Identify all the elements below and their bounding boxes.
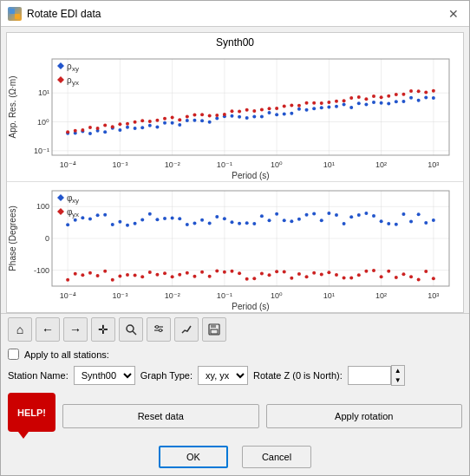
dialog-title: Rotate EDI data (27, 8, 101, 20)
svg-point-2 (127, 325, 134, 332)
zoom-icon (125, 323, 137, 336)
rotate-z-input[interactable]: 0.00 (348, 366, 391, 385)
apply-rotation-button[interactable]: Apply rotation (266, 404, 463, 428)
resistivity-canvas (7, 50, 463, 181)
ok-button[interactable]: OK (159, 446, 228, 468)
station-name-select[interactable]: Synth00 (74, 366, 135, 385)
title-bar: Rotate EDI data ✕ (1, 1, 469, 27)
action-buttons-row: HELP! Reset data Apply rotation (1, 389, 469, 442)
save-icon (208, 323, 220, 336)
svg-rect-10 (211, 329, 218, 334)
help-button[interactable]: HELP! (8, 393, 55, 432)
trend-button[interactable] (174, 317, 199, 342)
bottom-chart (7, 182, 463, 312)
chart-title: Synth00 (7, 33, 463, 50)
reset-data-button[interactable]: Reset data (62, 404, 259, 428)
graph-type-select[interactable]: xy, yx (198, 366, 248, 385)
svg-rect-1 (15, 14, 20, 19)
toolbar: ⌂ ← → ✛ (1, 313, 469, 345)
home-button[interactable]: ⌂ (8, 317, 32, 342)
svg-line-3 (133, 331, 136, 335)
chart-area: Synth00 (6, 32, 464, 313)
spinner-down[interactable]: ▼ (392, 375, 404, 385)
title-bar-left: Rotate EDI data (8, 7, 101, 21)
pan-button[interactable]: ✛ (91, 317, 115, 342)
help-container: HELP! (8, 393, 55, 432)
svg-rect-0 (10, 9, 15, 14)
svg-point-7 (160, 329, 162, 332)
svg-point-6 (156, 326, 159, 329)
rotate-z-spinner: 0.00 ▲ ▼ (348, 365, 405, 386)
save-button[interactable] (202, 317, 226, 342)
station-name-label: Station Name: (8, 370, 69, 381)
close-button[interactable]: ✕ (445, 6, 462, 22)
apply-all-row: Apply to all stations: (1, 345, 469, 363)
zoom-button[interactable] (119, 317, 143, 342)
trend-icon (180, 323, 193, 336)
cancel-button[interactable]: Cancel (242, 446, 311, 468)
station-controls-row: Station Name: Synth00 Graph Type: xy, yx… (1, 363, 469, 389)
sliders-icon (153, 323, 165, 336)
rotate-z-label: Rotate Z (0 is North): (253, 370, 343, 381)
spinner-buttons: ▲ ▼ (391, 365, 405, 386)
spinner-up[interactable]: ▲ (392, 366, 404, 375)
help-label: HELP! (17, 408, 46, 418)
back-button[interactable]: ← (36, 317, 60, 342)
ok-cancel-row: OK Cancel (1, 442, 469, 475)
apply-all-checkbox[interactable] (8, 349, 19, 360)
graph-type-label: Graph Type: (140, 370, 193, 381)
top-chart (7, 50, 463, 182)
dialog-icon (8, 7, 22, 21)
settings-button[interactable] (147, 317, 171, 342)
svg-rect-9 (211, 324, 216, 328)
apply-all-label: Apply to all stations: (24, 349, 109, 360)
rotate-edi-dialog: Rotate EDI data ✕ Synth00 ⌂ ← → ✛ (0, 0, 470, 476)
phase-canvas (7, 182, 463, 312)
forward-button[interactable]: → (63, 317, 88, 342)
